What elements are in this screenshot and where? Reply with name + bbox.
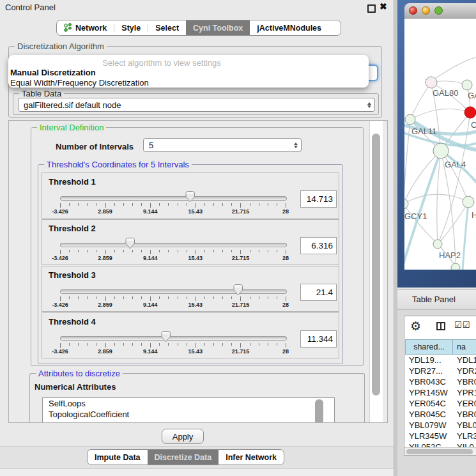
network-node[interactable] xyxy=(405,114,415,125)
threshold-slider-handle[interactable] xyxy=(161,331,171,342)
threshold-slider-track[interactable] xyxy=(60,196,287,201)
table-cell-name[interactable]: YPR1 xyxy=(457,388,476,397)
network-edge[interactable] xyxy=(404,151,441,268)
table-cell-name[interactable]: YBR0 xyxy=(457,377,476,387)
slider-tick-label: 15.43 xyxy=(188,348,203,355)
table-row[interactable]: YDR27...YDR2 xyxy=(404,365,476,376)
tab-cyni-toolbox[interactable]: Cyni Toolbox xyxy=(186,20,250,35)
attribute-item[interactable]: TopologicalCoefficient xyxy=(43,409,334,420)
network-node[interactable] xyxy=(463,196,474,208)
network-edge[interactable] xyxy=(410,82,431,119)
network-edge[interactable] xyxy=(404,194,468,204)
slider-tick xyxy=(277,296,277,299)
network-window-titlebar[interactable] xyxy=(404,3,476,19)
table-cell-shared-name[interactable]: YIL052C xyxy=(409,442,441,447)
threshold-value-field[interactable] xyxy=(300,190,337,208)
slider-tick-label: 28 xyxy=(282,208,289,215)
column-split-icon[interactable] xyxy=(436,322,445,330)
slider-tick xyxy=(159,343,160,346)
settings-gear-icon[interactable]: ⚙ xyxy=(410,319,421,334)
slider-tick xyxy=(159,296,160,299)
threshold-value-field[interactable] xyxy=(300,284,337,301)
algorithm-option-manual[interactable]: Manual Discretization xyxy=(10,68,96,77)
table-cell-shared-name[interactable]: YBR043C xyxy=(409,377,446,387)
table-row[interactable]: YER054CYER0 xyxy=(404,398,476,409)
table-hscrollbar-track[interactable] xyxy=(404,447,476,456)
threshold-slider-track[interactable] xyxy=(60,336,287,341)
float-window-icon[interactable] xyxy=(367,4,376,13)
table-cell-shared-name[interactable]: YDL19... xyxy=(409,355,441,365)
table-cell-shared-name[interactable]: YPR145W xyxy=(409,388,448,397)
panel-scrollbar-track[interactable] xyxy=(369,121,383,422)
table-cell-shared-name[interactable]: YBL079W xyxy=(409,420,447,430)
attributes-scrollbar-thumb[interactable] xyxy=(315,399,323,423)
attribute-item[interactable]: BetweennessCentrality xyxy=(43,420,334,423)
checkbox-icons[interactable]: ☑☑ xyxy=(454,320,470,330)
table-cell-name[interactable]: YBL0 xyxy=(457,420,476,430)
tab-impute-data[interactable]: Impute Data xyxy=(88,450,148,464)
network-edge[interactable] xyxy=(410,109,470,119)
network-node[interactable] xyxy=(404,199,408,209)
table-row[interactable]: YLR345WYLR3 xyxy=(404,431,476,441)
network-canvas[interactable]: GAL80GACGAL11GAL4GCY1HHAP2 xyxy=(404,19,476,270)
table-cell-name[interactable]: YDL1 xyxy=(457,355,476,365)
network-node[interactable] xyxy=(451,263,460,270)
spinner-arrows-icon[interactable] xyxy=(291,142,301,148)
slider-tick xyxy=(222,250,223,252)
zoom-traffic-light[interactable] xyxy=(434,6,443,15)
table-cell-shared-name[interactable]: YBR045C xyxy=(409,410,446,419)
spinner-arrows-icon[interactable] xyxy=(364,102,374,108)
table-data-select[interactable]: galFiltered.sif default node xyxy=(18,98,375,112)
tab-discretize-data[interactable]: Discretize Data xyxy=(148,450,219,464)
network-node[interactable] xyxy=(433,143,449,158)
table-row[interactable]: YBL079WYBL0 xyxy=(404,420,476,431)
table-row[interactable]: YIL052CYIL0 xyxy=(404,441,476,447)
table-cell-name[interactable]: YER0 xyxy=(457,399,476,408)
table-row[interactable]: YBR045CYBR0 xyxy=(404,409,476,420)
threshold-slider-handle[interactable] xyxy=(125,238,135,249)
threshold-slider-handle[interactable] xyxy=(185,191,195,203)
network-node[interactable] xyxy=(464,107,476,118)
threshold-value-field[interactable] xyxy=(300,237,337,254)
tab-network[interactable]: Network xyxy=(57,20,114,35)
table-cell-shared-name[interactable]: YLR345W xyxy=(409,431,447,441)
table-row[interactable]: YDL19...YDL1 xyxy=(404,355,476,365)
slider-tick xyxy=(204,296,205,299)
network-edge[interactable] xyxy=(463,202,468,270)
threshold-value-field[interactable] xyxy=(300,330,337,348)
tab-select[interactable]: Select xyxy=(148,20,186,35)
panel-scrollbar-thumb[interactable] xyxy=(372,134,380,395)
tab-style[interactable]: Style xyxy=(114,20,148,35)
attribute-item[interactable]: SelfLoops xyxy=(43,398,334,409)
network-node[interactable] xyxy=(433,240,442,249)
table-row[interactable]: YBR043CYBR0 xyxy=(404,376,476,387)
threshold-slider-handle[interactable] xyxy=(233,284,243,296)
threshold-slider-track[interactable] xyxy=(60,289,287,294)
number-of-intervals-select[interactable]: 5 xyxy=(143,138,302,152)
close-traffic-light[interactable] xyxy=(409,6,417,15)
network-node[interactable] xyxy=(426,77,437,88)
top-tab-bar: Network Style Select Cyni Toolbox jActiv… xyxy=(56,20,341,36)
table-cell-name[interactable]: YBR0 xyxy=(457,410,476,419)
network-edge[interactable] xyxy=(431,57,476,81)
slider-tick xyxy=(196,343,196,348)
apply-button[interactable]: Apply xyxy=(162,429,204,444)
table-hscrollbar-thumb[interactable] xyxy=(406,449,473,454)
tab-jactivemnodules[interactable]: jActiveMNodules xyxy=(250,20,328,35)
minimize-traffic-light[interactable] xyxy=(422,6,430,15)
network-node[interactable] xyxy=(462,80,472,90)
tab-infer-network[interactable]: Infer Network xyxy=(219,450,284,464)
table-cell-name[interactable]: YDR2 xyxy=(457,366,476,376)
network-edge[interactable] xyxy=(437,151,441,244)
algorithm-option-equal-width[interactable]: Equal Width/Frequency Discretization xyxy=(10,78,149,88)
table-cell-shared-name[interactable]: YDR27... xyxy=(409,366,443,376)
threshold-label: Threshold 4 xyxy=(49,317,96,326)
table-row[interactable]: YPR145WYPR1 xyxy=(404,387,476,398)
table-cell-name[interactable]: YIL0 xyxy=(457,442,474,447)
column-header-name[interactable]: na xyxy=(453,339,476,355)
threshold-slider-track[interactable] xyxy=(60,243,287,247)
close-icon[interactable]: ✖ xyxy=(380,1,387,12)
column-header-shared[interactable]: shared... xyxy=(405,339,453,355)
table-cell-name[interactable]: YLR3 xyxy=(457,431,476,441)
table-cell-shared-name[interactable]: YER054C xyxy=(409,399,446,408)
